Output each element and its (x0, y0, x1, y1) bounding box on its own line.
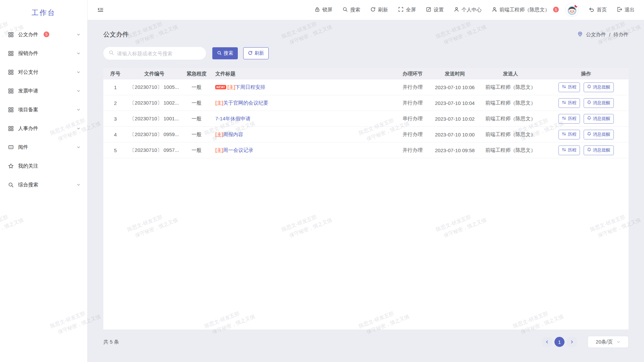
menu-fold-icon[interactable] (97, 7, 104, 13)
chevron-down-icon (76, 183, 80, 187)
remind-button[interactable]: 消息提醒 (584, 82, 614, 92)
logout-button[interactable]: 退出 (617, 7, 635, 13)
doc-title-link[interactable]: 周报内容 (223, 131, 243, 138)
star-icon (8, 163, 14, 169)
breadcrumb-root[interactable]: 公文办件 (586, 32, 606, 38)
doc-tag[interactable]: [主] (215, 147, 223, 154)
history-button[interactable]: 历程 (558, 114, 580, 124)
undo-home-icon (589, 7, 594, 13)
page-size-select[interactable]: 20条/页 (588, 336, 629, 348)
row-actions: 历程 消息提醒 (543, 82, 629, 92)
sidebar-item-fapiao[interactable]: 发票申请 (0, 81, 87, 100)
lock-screen-button[interactable]: 锁屏 (315, 7, 332, 13)
doc-title-link[interactable]: 周一会议记录 (223, 147, 253, 154)
sidebar-item-guanzhu[interactable]: 我的关注 (0, 157, 87, 175)
col-header-actions: 操作 (543, 71, 629, 77)
col-header-sender: 发送人 (478, 71, 543, 77)
grid-icon (8, 69, 14, 75)
sidebar-item-yuejian[interactable]: 阅件 (0, 138, 87, 157)
doc-title-link[interactable]: 下周日程安排 (235, 84, 265, 90)
table-row: 1 〔20230710〕 1005... 一般 NEW! [主] 下周日程安排 … (103, 79, 629, 95)
current-page[interactable]: 1 (554, 337, 565, 347)
total-count: 共 5 条 (103, 339, 119, 345)
chevron-down-icon (76, 51, 80, 55)
row-index: 3 (103, 116, 127, 122)
doc-tag[interactable]: [主] (215, 131, 223, 138)
app-title: 工作台 (0, 0, 87, 25)
sidebar-item-duigong[interactable]: 对公支付 (0, 63, 87, 81)
settings-button[interactable]: 设置 (426, 7, 444, 13)
remind-label: 消息提醒 (593, 100, 610, 106)
chevron-down-icon (76, 108, 80, 112)
chevron-down-icon (76, 70, 80, 74)
prev-page-button[interactable] (542, 337, 552, 347)
doc-title-link[interactable]: 7-14年休假申请 (215, 116, 251, 122)
fullscreen-icon (398, 7, 404, 13)
urgency: 一般 (181, 131, 212, 138)
settings-label: 设置 (434, 7, 444, 13)
message-count-badge: 5 (553, 7, 559, 12)
user-icon (454, 7, 459, 13)
col-header-no: 序号 (103, 71, 127, 77)
table-row: 3 〔20230710〕 1001... 一般 7-14年休假申请 串行办理 2… (103, 111, 629, 127)
next-page-button[interactable] (567, 337, 577, 347)
profile-button[interactable]: 个人中心 (454, 7, 482, 13)
breadcrumb-separator: / (609, 32, 610, 38)
remind-button[interactable]: 消息提醒 (584, 98, 614, 108)
fullscreen-label: 全屏 (406, 7, 416, 13)
sidebar-item-baoxiao[interactable]: 报销办件 (0, 44, 87, 63)
doc-title-link[interactable]: 关于官网的会议纪要 (223, 100, 268, 106)
sidebar-item-label: 我的关注 (18, 163, 38, 169)
breadcrumb-current: 待办件 (613, 32, 629, 38)
search-submit-button[interactable]: 搜索 (212, 47, 238, 59)
send-time: 2023-07-10 10:00 (432, 132, 478, 137)
sidebar-item-xiangmu[interactable]: 项目备案 (0, 100, 87, 119)
chevron-down-icon (76, 145, 80, 149)
doc-tag[interactable]: [主] (227, 84, 235, 90)
pagination: 1 20条/页 (542, 336, 629, 348)
search-label: 搜索 (350, 7, 360, 13)
sliders-icon (562, 116, 566, 121)
search-icon (342, 7, 348, 13)
current-user[interactable]: 前端工程师（陈思文） 5 (492, 7, 559, 13)
urgency: 一般 (181, 100, 212, 106)
avatar[interactable] (566, 3, 579, 16)
history-button[interactable]: 历程 (558, 130, 580, 139)
remind-button[interactable]: 消息提醒 (584, 114, 614, 124)
refresh-list-label: 刷新 (255, 50, 264, 56)
doc-tag[interactable]: [主] (215, 100, 223, 106)
breadcrumb: 公文办件 / 待办件 (577, 31, 629, 38)
sidebar-item-label: 阅件 (18, 144, 28, 150)
col-header-title: 文件标题 (212, 71, 393, 77)
send-time: 2023-07-10 10:06 (432, 84, 478, 90)
doc-number: 〔20230710〕 0959... (127, 131, 181, 138)
logout-label: 退出 (625, 7, 635, 13)
history-button[interactable]: 历程 (558, 145, 580, 155)
col-header-urgency: 紧急程度 (181, 71, 212, 77)
sidebar-item-sousuo[interactable]: 综合搜索 (0, 175, 87, 194)
sliders-icon (562, 100, 566, 106)
home-label: 首页 (597, 7, 607, 13)
doc-number: 〔20230710〕 1002... (127, 100, 181, 106)
doc-number: 〔20230710〕 1001... (127, 116, 181, 122)
search-input[interactable] (117, 51, 201, 56)
history-label: 历程 (568, 84, 577, 90)
refresh-button[interactable]: 刷新 (370, 7, 388, 13)
row-actions: 历程 消息提醒 (543, 145, 629, 155)
urgency: 一般 (181, 116, 212, 122)
fullscreen-button[interactable]: 全屏 (398, 7, 416, 13)
history-button[interactable]: 历程 (558, 98, 580, 108)
urgency: 一般 (181, 84, 212, 90)
main-content: 公文办件 公文办件 / 待办件 搜索 (88, 20, 644, 362)
page-title: 公文办件 (103, 30, 129, 39)
table-row: 2 〔20230710〕 1002... 一般 [主] 关于官网的会议纪要 并行… (103, 95, 629, 111)
remind-label: 消息提醒 (593, 84, 610, 90)
history-button[interactable]: 历程 (558, 82, 580, 92)
search-button[interactable]: 搜索 (342, 7, 360, 13)
sidebar-item-renshi[interactable]: 人事办件 (0, 119, 87, 138)
refresh-list-button[interactable]: 刷新 (243, 47, 269, 59)
home-button[interactable]: 首页 (589, 7, 607, 13)
remind-button[interactable]: 消息提醒 (584, 145, 614, 155)
remind-button[interactable]: 消息提醒 (584, 130, 614, 139)
sidebar-item-gongwen[interactable]: 公文办件 5 (0, 25, 87, 44)
